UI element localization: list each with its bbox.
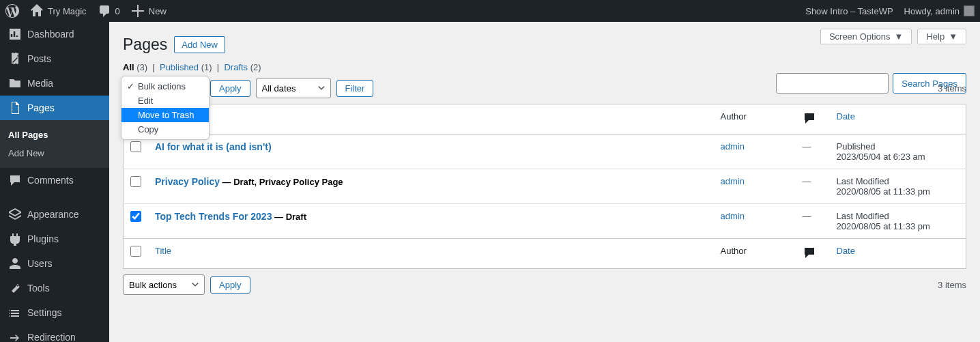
- dropdown-copy[interactable]: Copy: [121, 122, 209, 137]
- row-checkbox[interactable]: [130, 176, 141, 187]
- admin-bar: Try Magic 0 New Show Intro – TasteWP How…: [0, 0, 980, 22]
- post-state: — Draft, Privacy Policy Page: [220, 177, 343, 187]
- sidebar-item-posts[interactable]: Posts: [0, 46, 109, 71]
- col-title-foot[interactable]: Title: [148, 239, 714, 269]
- sidebar-item-media[interactable]: Media: [0, 71, 109, 96]
- chevron-down-icon: ▼: [949, 31, 957, 42]
- sidebar-item-appearance[interactable]: Appearance: [0, 202, 109, 227]
- row-date-label: Published: [837, 141, 876, 152]
- post-state: — Draft: [272, 212, 306, 222]
- row-date-label: Last Modified: [837, 211, 889, 221]
- sidebar-item-pages[interactable]: Pages: [0, 96, 109, 120]
- select-all-checkbox-foot[interactable]: [130, 246, 141, 257]
- row-date-value: 2020/08/05 at 11:33 pm: [837, 221, 930, 231]
- sidebar-sub-all-pages[interactable]: All Pages: [0, 126, 109, 144]
- date-filter-select[interactable]: All dates: [256, 78, 331, 98]
- sidebar-sub-add-new[interactable]: Add New: [0, 144, 109, 162]
- row-comments: —: [803, 141, 811, 152]
- filter-all[interactable]: All: [123, 62, 134, 72]
- comment-icon: [803, 111, 816, 127]
- row-checkbox[interactable]: [130, 211, 141, 222]
- new-content[interactable]: New: [131, 4, 167, 18]
- col-author-foot: Author: [714, 239, 796, 269]
- dropdown-bulk-actions[interactable]: Bulk actions: [121, 79, 209, 94]
- comment-icon: [803, 246, 816, 261]
- sidebar-item-redirection[interactable]: Redirection: [0, 325, 109, 342]
- view-filters: All (3) | Published (1) | Drafts (2): [123, 62, 966, 72]
- row-comments: —: [803, 211, 811, 221]
- row-title-link[interactable]: Privacy Policy: [155, 176, 220, 187]
- item-count: 3 items: [938, 83, 966, 94]
- wp-logo[interactable]: [5, 4, 19, 18]
- main-content: Screen Options ▼ Help ▼ Pages Add New Al…: [109, 22, 980, 342]
- apply-button[interactable]: Apply: [210, 80, 250, 97]
- row-checkbox[interactable]: [130, 141, 141, 152]
- table-row: AI for what it is (and isn't) admin — Pu…: [124, 134, 966, 169]
- pages-table: Title Author Date AI for what it is (and…: [123, 104, 966, 269]
- dropdown-move-to-trash[interactable]: Move to Trash: [121, 108, 209, 122]
- row-author-link[interactable]: admin: [721, 211, 745, 221]
- sidebar-item-plugins[interactable]: Plugins: [0, 227, 109, 251]
- apply-button-bottom[interactable]: Apply: [210, 276, 250, 294]
- bulk-actions-select-bottom[interactable]: Bulk actions: [123, 274, 205, 295]
- filter-button[interactable]: Filter: [336, 80, 374, 97]
- filter-drafts[interactable]: Drafts: [224, 62, 248, 72]
- chevron-down-icon: ▼: [895, 31, 904, 42]
- show-intro[interactable]: Show Intro – TasteWP: [805, 6, 893, 16]
- row-author-link[interactable]: admin: [721, 141, 745, 152]
- sidebar-item-tools[interactable]: Tools: [0, 276, 109, 300]
- site-home[interactable]: Try Magic: [30, 4, 87, 18]
- sidebar-item-users[interactable]: Users: [0, 251, 109, 276]
- bulk-actions-dropdown: Bulk actions Edit Move to Trash Copy: [121, 76, 210, 140]
- row-date-value: 2023/05/04 at 6:23 am: [837, 152, 925, 162]
- row-comments: —: [803, 176, 811, 186]
- my-account[interactable]: Howdy, admin: [904, 5, 975, 16]
- dropdown-edit[interactable]: Edit: [121, 94, 209, 108]
- item-count-bottom: 3 items: [938, 280, 966, 290]
- avatar-icon: [964, 5, 975, 16]
- help-button[interactable]: Help ▼: [917, 29, 966, 44]
- add-new-button[interactable]: Add New: [174, 36, 225, 53]
- sidebar-item-settings[interactable]: Settings: [0, 300, 109, 325]
- row-title-link[interactable]: AI for what it is (and isn't): [155, 141, 272, 152]
- admin-sidebar: Dashboard Posts Media Pages All Pages Ad…: [0, 22, 109, 342]
- row-author-link[interactable]: admin: [721, 176, 745, 186]
- sidebar-item-comments[interactable]: Comments: [0, 168, 109, 193]
- table-row: Privacy Policy — Draft, Privacy Policy P…: [124, 169, 966, 204]
- col-title[interactable]: Title: [148, 104, 714, 134]
- col-comments[interactable]: [796, 104, 830, 134]
- row-title-link[interactable]: Top Tech Trends For 2023: [155, 211, 272, 222]
- col-date[interactable]: Date: [830, 104, 966, 134]
- comments-bubble[interactable]: 0: [98, 4, 120, 18]
- table-row: Top Tech Trends For 2023 — Draft admin —…: [124, 204, 966, 239]
- col-author: Author: [714, 104, 796, 134]
- col-date-foot[interactable]: Date: [830, 239, 966, 269]
- filter-published[interactable]: Published: [160, 62, 199, 72]
- page-title: Pages: [123, 35, 167, 54]
- row-date-label: Last Modified: [837, 176, 889, 186]
- screen-options-button[interactable]: Screen Options ▼: [820, 29, 912, 44]
- col-comments-foot[interactable]: [796, 239, 830, 269]
- row-date-value: 2020/08/05 at 11:33 pm: [837, 186, 930, 197]
- sidebar-item-dashboard[interactable]: Dashboard: [0, 22, 109, 46]
